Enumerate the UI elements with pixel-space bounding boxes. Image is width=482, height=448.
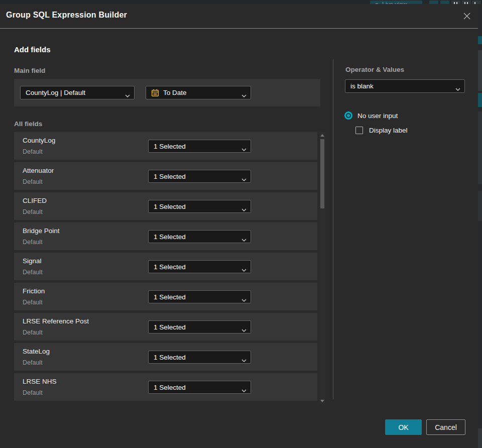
- field-name: Attenuator: [23, 167, 54, 174]
- field-row: Attenuator Default 1 Selected: [14, 162, 317, 190]
- field-row: Bridge Point Default 1 Selected: [14, 222, 317, 250]
- field-selected-dropdown-value: 1 Selected: [154, 143, 186, 150]
- calendar-icon: [151, 89, 159, 97]
- field-selected-dropdown[interactable]: 1 Selected: [148, 230, 251, 243]
- chevron-down-icon: [242, 145, 247, 153]
- panel-divider: [333, 59, 333, 399]
- all-fields-label: All fields: [14, 120, 42, 128]
- radio-selected-icon[interactable]: [344, 111, 352, 120]
- all-fields-list: CountyLog Default 1 Selected Attenuator …: [14, 132, 317, 403]
- main-field-dropdown-value: CountyLog | Default: [26, 89, 85, 96]
- background-toolbar-button: [429, 1, 438, 4]
- checkbox-unchecked-icon[interactable]: [355, 127, 363, 134]
- live-view-button[interactable]: Live view: [370, 1, 422, 4]
- field-row: CountyLog Default 1 Selected: [14, 132, 317, 160]
- scrollbar-thumb[interactable]: [320, 139, 324, 208]
- add-fields-heading: Add fields: [14, 45, 51, 54]
- chevron-down-icon: [242, 296, 247, 303]
- field-row: Signal Default 1 Selected: [14, 253, 317, 280]
- chevron-down-icon: [242, 175, 247, 183]
- field-layer-sublabel: Default: [23, 178, 43, 185]
- field-name: LRSE NHS: [23, 378, 57, 385]
- field-layer-sublabel: Default: [23, 389, 43, 396]
- chevron-down-icon: [125, 91, 130, 99]
- background-accent-block: [478, 93, 482, 107]
- display-label-checkbox-row[interactable]: Display label: [355, 127, 408, 134]
- field-name: CLIFED: [23, 197, 47, 204]
- field-name: Friction: [23, 287, 45, 295]
- background-pause-button: [451, 1, 460, 4]
- background-accent-block: [478, 36, 482, 44]
- chevron-down-icon: [242, 91, 247, 99]
- chevron-down-icon: [242, 386, 247, 394]
- cancel-button[interactable]: Cancel: [426, 419, 465, 435]
- background-block: [478, 111, 482, 184]
- group-sql-expression-builder-dialog: Group SQL Expression Builder Add fields …: [0, 4, 478, 448]
- main-field-container: CountyLog | Default To Date: [14, 79, 320, 106]
- field-row: CLIFED Default 1 Selected: [14, 192, 317, 220]
- date-type-dropdown-value: To Date: [163, 89, 187, 96]
- field-name: LRSE Reference Post: [23, 317, 89, 325]
- no-user-input-label: No user input: [357, 112, 398, 120]
- operator-values-heading: Operator & Values: [345, 66, 404, 73]
- dialog-header: Group SQL Expression Builder: [0, 4, 478, 29]
- field-selected-dropdown[interactable]: 1 Selected: [148, 170, 251, 183]
- field-selected-dropdown[interactable]: 1 Selected: [148, 320, 251, 333]
- chevron-down-icon: [242, 356, 247, 364]
- background-block: [478, 50, 482, 91]
- background-app-strip-right: [478, 4, 482, 448]
- ok-button[interactable]: OK: [385, 419, 422, 435]
- main-field-label: Main field: [14, 67, 45, 74]
- field-selected-dropdown[interactable]: 1 Selected: [148, 140, 251, 153]
- date-type-dropdown[interactable]: To Date: [146, 86, 251, 99]
- field-layer-sublabel: Default: [23, 208, 43, 215]
- main-field-dropdown[interactable]: CountyLog | Default: [20, 86, 135, 99]
- operator-dropdown-value: is blank: [350, 82, 374, 90]
- field-layer-sublabel: Default: [23, 359, 43, 366]
- field-row: LRSE Reference Post Default 1 Selected: [14, 313, 317, 341]
- field-selected-dropdown-value: 1 Selected: [154, 203, 186, 210]
- chevron-down-icon: [242, 266, 247, 273]
- dialog-title: Group SQL Expression Builder: [6, 11, 127, 20]
- field-selected-dropdown[interactable]: 1 Selected: [148, 351, 251, 364]
- scrollbar-down-arrow-icon[interactable]: [320, 400, 324, 402]
- field-selected-dropdown-value: 1 Selected: [154, 233, 186, 241]
- field-layer-sublabel: Default: [23, 299, 43, 306]
- field-name: CountyLog: [23, 137, 55, 144]
- field-row: Friction Default 1 Selected: [14, 283, 317, 310]
- chevron-down-icon: [455, 85, 460, 92]
- background-block: [478, 191, 482, 221]
- field-layer-sublabel: Default: [23, 148, 43, 155]
- field-selected-dropdown-value: 1 Selected: [154, 384, 186, 391]
- field-row: LRSE NHS Default 1 Selected: [14, 373, 317, 401]
- background-toolbar-button: [472, 1, 481, 4]
- chevron-down-icon: [242, 205, 247, 213]
- field-selected-dropdown-value: 1 Selected: [154, 354, 186, 361]
- field-selected-dropdown[interactable]: 1 Selected: [148, 381, 251, 394]
- field-selected-dropdown-value: 1 Selected: [154, 323, 186, 331]
- background-toolbar-button: [440, 1, 449, 4]
- operator-dropdown[interactable]: is blank: [345, 79, 465, 93]
- display-label-label: Display label: [369, 127, 408, 134]
- field-layer-sublabel: Default: [23, 329, 43, 336]
- field-name: Bridge Point: [23, 227, 60, 235]
- field-name: Signal: [23, 257, 42, 265]
- field-layer-sublabel: Default: [23, 269, 43, 276]
- fields-list-scrollbar[interactable]: [319, 132, 325, 404]
- no-user-input-radio-row[interactable]: No user input: [344, 111, 398, 120]
- close-icon[interactable]: [461, 10, 473, 22]
- field-selected-dropdown[interactable]: 1 Selected: [148, 260, 251, 273]
- field-selected-dropdown-value: 1 Selected: [154, 173, 186, 180]
- background-app-strip-top: Live view: [0, 0, 482, 4]
- field-selected-dropdown-value: 1 Selected: [154, 293, 186, 301]
- field-name: StateLog: [23, 348, 50, 355]
- field-selected-dropdown[interactable]: 1 Selected: [148, 290, 251, 303]
- chevron-down-icon: [242, 326, 247, 333]
- scrollbar-up-arrow-icon[interactable]: [320, 134, 324, 137]
- field-layer-sublabel: Default: [23, 239, 43, 246]
- field-row: StateLog Default 1 Selected: [14, 343, 317, 371]
- background-pause-button: [462, 1, 471, 4]
- field-selected-dropdown-value: 1 Selected: [154, 263, 186, 271]
- chevron-down-icon: [242, 236, 247, 243]
- field-selected-dropdown[interactable]: 1 Selected: [148, 200, 251, 213]
